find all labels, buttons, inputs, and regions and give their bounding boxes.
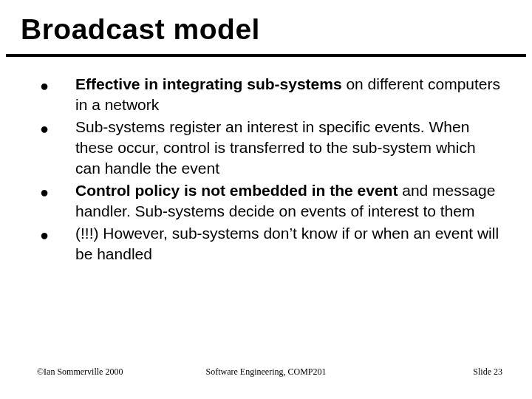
slide-title: Broadcast model bbox=[21, 13, 260, 46]
slide-footer: ©Ian Sommerville 2000 Software Engineeri… bbox=[0, 366, 532, 380]
rest-text: (!!!) However, sub-systems don’t know if… bbox=[75, 225, 499, 262]
footer-center: Software Engineering, COMP201 bbox=[0, 366, 532, 378]
list-item-text: Sub-systems register an interest in spec… bbox=[75, 117, 501, 179]
list-item: ● Effective in integrating sub-systems o… bbox=[35, 74, 501, 115]
bullet-icon: ● bbox=[35, 223, 75, 245]
list-item-text: Control policy is not embedded in the ev… bbox=[75, 180, 501, 222]
list-item-text: (!!!) However, sub-systems don’t know if… bbox=[75, 223, 501, 265]
list-item-text: Effective in integrating sub-systems on … bbox=[75, 74, 501, 115]
rest-text: Sub-systems register an interest in spec… bbox=[75, 118, 476, 177]
list-item: ● Sub-systems register an interest in sp… bbox=[35, 117, 501, 179]
title-divider bbox=[6, 54, 526, 57]
footer-right: Slide 23 bbox=[473, 366, 502, 378]
bullet-icon: ● bbox=[35, 180, 75, 202]
list-item: ● (!!!) However, sub-systems don’t know … bbox=[35, 223, 501, 265]
bullet-list: ● Effective in integrating sub-systems o… bbox=[35, 74, 501, 266]
bold-lead: Effective in integrating sub-systems bbox=[75, 75, 342, 92]
list-item: ● Control policy is not embedded in the … bbox=[35, 180, 501, 222]
bold-lead: Control policy is not embedded in the ev… bbox=[75, 182, 398, 199]
slide: Broadcast model ● Effective in integrati… bbox=[0, 0, 532, 399]
bullet-icon: ● bbox=[35, 74, 75, 96]
bullet-icon: ● bbox=[35, 117, 75, 139]
